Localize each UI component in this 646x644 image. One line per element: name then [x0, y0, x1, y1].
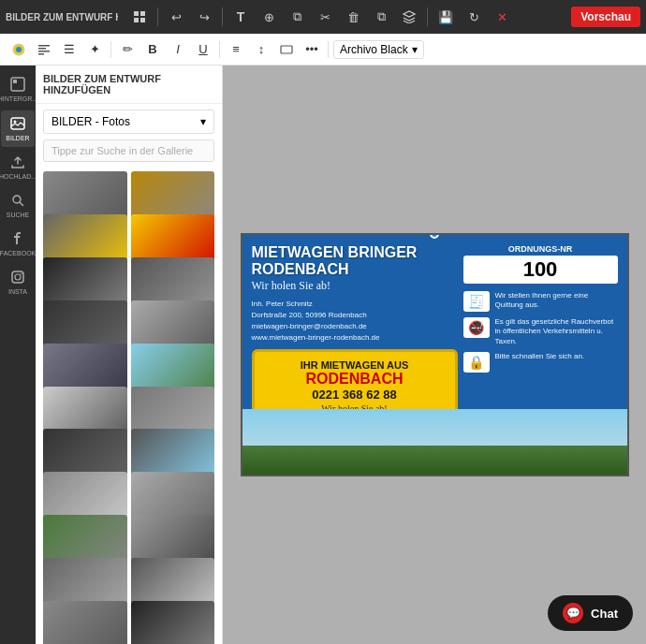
- sep1: [157, 7, 158, 26]
- sidebar-label-facebook: FACEBOOK: [0, 250, 36, 256]
- sidebar-item-background[interactable]: HINTERGR...: [1, 71, 35, 109]
- more-btn[interactable]: •••: [301, 38, 323, 61]
- sidebar-item-images[interactable]: BILDER: [1, 110, 35, 147]
- landscape-sky: [242, 409, 627, 448]
- scissors-btn[interactable]: ✂: [313, 5, 337, 29]
- pen-btn[interactable]: ✏: [116, 38, 139, 61]
- copy-btn[interactable]: ⧉: [285, 5, 309, 29]
- align-left-btn[interactable]: [33, 38, 55, 61]
- svg-rect-8: [38, 51, 50, 52]
- sidebar-item-instagram[interactable]: INSTA: [1, 264, 35, 300]
- italic-btn[interactable]: I: [167, 38, 189, 61]
- right-item-1: 🧾 Wir stellen Ihnen gerne eine Quittung …: [463, 291, 618, 312]
- card-right-section: ORDNUNGS-NR 100 🧾 Wir stellen Ihnen gern…: [463, 244, 618, 373]
- ordnungs-number: 100: [463, 256, 618, 284]
- format-toolbar: ☰ ✦ ✏ B I U ≡ ↕ ••• Archivo Black ▾: [0, 34, 646, 66]
- sidebar-item-search[interactable]: SUCHE: [1, 187, 35, 224]
- dropdown-chevron-icon: ▾: [200, 115, 206, 128]
- image-thumb-21[interactable]: Passagier-Strasse2: [131, 601, 215, 644]
- image-thumb-20[interactable]: Passagier-Strasse: [43, 601, 127, 644]
- contact-address: Dorfstraße 200, 50996 Rodenbach: [252, 311, 367, 319]
- delete-btn[interactable]: 🗑: [341, 5, 365, 29]
- svg-rect-9: [38, 53, 44, 55]
- add-shape-btn[interactable]: ⊕: [257, 5, 281, 29]
- chat-icon: 💬: [563, 603, 583, 623]
- redo-btn[interactable]: ↪: [192, 5, 216, 29]
- undo-btn[interactable]: ↩: [164, 5, 188, 29]
- sidebar-label-background: HINTERGR...: [0, 95, 37, 103]
- main-area: HINTERGR... BILDER HOCHLAD... SUCHE FACE…: [0, 66, 646, 644]
- panel-title: BILDER ZUM ENTWURF HINZUFÜGEN: [6, 12, 118, 22]
- dropdown-label: BILDER - Fotos: [51, 115, 130, 128]
- font-chevron-icon: ▾: [412, 43, 418, 56]
- seatbelt-icon: 🔒: [463, 352, 490, 373]
- selection-handle: [430, 233, 439, 239]
- image-panel: BILDER ZUM ENTWURF HINZUFÜGEN BILDER - F…: [36, 66, 223, 644]
- align-center-btn[interactable]: ☰: [58, 38, 81, 61]
- grid-icon-btn[interactable]: [127, 5, 152, 29]
- sidebar-label-images: BILDER: [6, 135, 29, 141]
- search-box[interactable]: Tippe zur Suche in der Gallerie: [43, 139, 214, 162]
- svg-point-17: [15, 274, 21, 280]
- search-placeholder: Tippe zur Suche in der Gallerie: [51, 145, 193, 156]
- export-btn[interactable]: 💾: [433, 5, 458, 29]
- sep6: [328, 41, 329, 58]
- card-title: MIETWAGEN BRINGER RODENBACH: [252, 244, 458, 277]
- yellow-box-phone: 0221 368 62 88: [266, 388, 444, 402]
- duplicate-btn[interactable]: ⧉: [369, 5, 393, 29]
- paint-btn[interactable]: [7, 38, 30, 61]
- close-btn[interactable]: ✕: [490, 5, 514, 29]
- sidebar-label-search: SUCHE: [7, 212, 30, 218]
- chat-label: Chat: [591, 607, 618, 621]
- preview-button[interactable]: Vorschau: [571, 7, 640, 27]
- contact-web: www.mietwagen-bringer-rodenbach.de: [252, 333, 380, 342]
- svg-rect-16: [12, 271, 23, 283]
- svg-point-14: [14, 120, 17, 123]
- sep3: [427, 7, 428, 26]
- design-card[interactable]: MIETWAGEN BRINGER RODENBACH Wir holen Si…: [241, 233, 629, 476]
- card-right-items: 🧾 Wir stellen Ihnen gerne eine Quittung …: [463, 291, 618, 373]
- chat-button[interactable]: 💬 Chat: [548, 595, 633, 631]
- sep4: [110, 41, 111, 58]
- svg-point-5: [16, 47, 22, 52]
- refresh-btn[interactable]: ↻: [462, 5, 486, 29]
- yellow-box-top: IHR MIETWAGEN AUS: [266, 359, 444, 371]
- right-item-3: 🔒 Bitte schnallen Sie sich an.: [463, 352, 618, 373]
- svg-rect-2: [134, 18, 139, 22]
- svg-rect-10: [281, 46, 292, 53]
- top-toolbar: BILDER ZUM ENTWURF HINZUFÜGEN ↩ ↪ T ⊕ ⧉ …: [0, 0, 646, 34]
- card-title-line2: RODENBACH: [252, 261, 349, 277]
- receipt-icon: 🧾: [463, 291, 490, 312]
- card-title-line1: MIETWAGEN BRINGER: [252, 244, 418, 260]
- sidebar-label-upload: HOCHLAD...: [0, 173, 37, 180]
- layers-btn[interactable]: [397, 5, 421, 29]
- width-btn[interactable]: [275, 38, 298, 61]
- svg-rect-3: [140, 18, 145, 22]
- sidebar-item-upload[interactable]: HOCHLAD...: [1, 149, 35, 185]
- right-item-2: 🚭 Es gilt das gesetzliche Rauchverbot in…: [463, 317, 618, 346]
- right-text-1: Wir stellen Ihnen gerne eine Quittung au…: [495, 291, 618, 311]
- left-sidebar: HINTERGR... BILDER HOCHLAD... SUCHE FACE…: [0, 66, 36, 644]
- category-dropdown[interactable]: BILDER - Fotos ▾: [43, 110, 214, 134]
- text-align-btn[interactable]: ≡: [225, 38, 247, 61]
- svg-point-15: [13, 196, 21, 203]
- image-grid: 1Taxi-Bahnhof1Taxi-Dachschild11Taxi-Dach…: [36, 168, 222, 644]
- right-text-3: Bitte schnallen Sie sich an.: [495, 352, 585, 361]
- text-btn[interactable]: T: [228, 5, 253, 29]
- sidebar-item-facebook[interactable]: FACEBOOK: [1, 226, 35, 262]
- right-text-2: Es gilt das gesetzliche Rauchverbot in ö…: [495, 317, 618, 346]
- yellow-box-name: RODENBACH: [266, 371, 444, 388]
- font-selector[interactable]: Archivo Black ▾: [333, 40, 424, 59]
- svg-rect-0: [134, 11, 139, 16]
- height-btn[interactable]: ↕: [250, 38, 272, 61]
- sep2: [222, 7, 223, 26]
- landscape-ground: [242, 446, 627, 476]
- underline-btn[interactable]: U: [192, 38, 214, 61]
- canvas-area[interactable]: MIETWAGEN BRINGER RODENBACH Wir holen Si…: [223, 66, 646, 644]
- ordnungs-header: ORDNUNGS-NR: [463, 244, 618, 254]
- font-name-label: Archivo Black: [340, 43, 408, 56]
- panel-header: BILDER ZUM ENTWURF HINZUFÜGEN: [36, 66, 222, 104]
- sparkle-btn[interactable]: ✦: [83, 38, 106, 61]
- bold-btn[interactable]: B: [141, 38, 164, 61]
- card-contact: Inh. Peter Schmitz Dorfstraße 200, 50996…: [252, 299, 458, 344]
